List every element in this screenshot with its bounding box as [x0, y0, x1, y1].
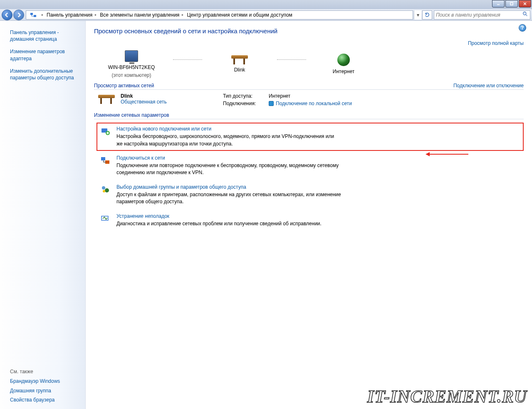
map-connector	[277, 59, 306, 60]
task-title[interactable]: Выбор домашней группы и параметров общег…	[116, 184, 341, 190]
nav-bar: ▸ Панель управления▸ Все элементы панели…	[0, 9, 532, 21]
task-desc: Настройка беспроводного, широкополосного…	[116, 133, 341, 148]
computer-icon	[125, 50, 138, 62]
view-full-map-link[interactable]: Просмотр полной карты	[468, 40, 524, 46]
active-network-type-link[interactable]: Общественная сеть	[121, 99, 167, 105]
nav-back-button[interactable]	[2, 10, 12, 20]
breadcrumb-dropdown-button[interactable]: ▾	[414, 10, 421, 20]
breadcrumb-item[interactable]: ▸	[37, 13, 45, 17]
task-homegroup-sharing[interactable]: Выбор домашней группы и параметров общег…	[97, 181, 524, 209]
svg-rect-4	[30, 13, 33, 15]
see-also-label: См. также	[10, 369, 80, 375]
new-connection-icon	[100, 126, 111, 137]
connect-disconnect-link[interactable]: Подключение или отключение	[453, 83, 524, 89]
sidebar: Панель управления - домашняя страница Из…	[0, 21, 86, 409]
main-content: ? Просмотр основных сведений о сети и на…	[86, 21, 532, 409]
map-node-router: Dlink	[206, 55, 273, 74]
map-connector	[173, 59, 202, 60]
window-maximize-button[interactable]	[505, 0, 518, 7]
task-title[interactable]: Настройка нового подключения или сети	[116, 126, 341, 132]
task-title[interactable]: Устранение неполадок	[116, 213, 322, 219]
svg-point-16	[102, 186, 105, 190]
search-box[interactable]	[434, 10, 530, 20]
section-active-networks: Просмотр активных сетей	[94, 83, 154, 89]
sidebar-link-home[interactable]: Панель управления - домашняя страница	[10, 29, 80, 42]
window-minimize-button[interactable]	[492, 0, 505, 7]
task-new-connection[interactable]: Настройка нового подключения или сети На…	[97, 123, 524, 151]
sidebar-link-homegroup[interactable]: Домашняя группа	[10, 387, 80, 394]
svg-point-18	[103, 190, 105, 192]
troubleshoot-icon	[100, 213, 111, 224]
watermark: IT-INCREMENT.RU	[367, 387, 527, 407]
bench-icon	[231, 55, 248, 64]
page-title: Просмотр основных сведений о сети и наст…	[94, 27, 524, 34]
breadcrumb-item[interactable]: Центр управления сетями и общим доступом	[185, 12, 294, 18]
active-network-name: Dlink	[121, 93, 167, 99]
svg-rect-1	[510, 2, 513, 5]
connection-link[interactable]: Подключение по локальной сети	[269, 101, 352, 106]
ethernet-icon	[269, 101, 274, 106]
sidebar-link-firewall[interactable]: Брандмауэр Windows	[10, 378, 80, 384]
help-button[interactable]: ?	[519, 24, 526, 32]
homegroup-icon	[100, 184, 111, 195]
task-desc: Диагностика и исправление сетевых пробле…	[116, 220, 322, 227]
sidebar-link-internet-options[interactable]: Свойства браузера	[10, 397, 80, 403]
nav-forward-button[interactable]	[13, 10, 24, 20]
refresh-button[interactable]	[422, 10, 432, 20]
globe-icon	[337, 54, 350, 66]
svg-point-17	[105, 188, 109, 192]
section-change-settings: Изменение сетевых параметров	[94, 112, 169, 118]
titlebar	[0, 0, 532, 9]
breadcrumb-item[interactable]: Все элементы панели управления▸	[98, 12, 185, 18]
window-close-button[interactable]	[519, 0, 531, 7]
search-input[interactable]	[436, 12, 522, 18]
task-connect-network[interactable]: Подключиться к сети Подключение или повт…	[97, 152, 524, 180]
map-node-computer: WIN-BF6H5NT2KEQ (этот компьютер)	[94, 50, 169, 79]
connect-network-icon	[100, 155, 111, 166]
breadcrumb[interactable]: ▸ Панель управления▸ Все элементы панели…	[26, 10, 413, 20]
network-map: WIN-BF6H5NT2KEQ (этот компьютер) Dlink И…	[94, 50, 524, 79]
map-node-internet: Интернет	[310, 54, 377, 75]
svg-point-8	[523, 12, 526, 15]
search-icon	[522, 11, 528, 18]
sidebar-link-adapter-settings[interactable]: Изменение параметров адаптера	[10, 48, 80, 62]
access-type-value: Интернет	[269, 93, 290, 99]
connections-label: Подключения:	[223, 101, 269, 106]
access-type-label: Тип доступа:	[223, 93, 269, 99]
task-troubleshoot[interactable]: Устранение неполадок Диагностика и испра…	[97, 210, 524, 231]
annotation-arrow	[427, 154, 468, 155]
breadcrumb-item[interactable]: Панель управления▸	[45, 12, 98, 18]
svg-rect-14	[101, 157, 105, 160]
sidebar-link-advanced-sharing[interactable]: Изменить дополнительные параметры общего…	[10, 68, 80, 81]
task-title[interactable]: Подключиться к сети	[116, 155, 341, 161]
network-center-icon	[30, 12, 37, 18]
task-desc: Доступ к файлам и принтерам, расположенн…	[116, 191, 341, 206]
task-desc: Подключение или повторное подключение к …	[116, 162, 341, 177]
bench-icon	[98, 95, 115, 104]
svg-line-9	[526, 15, 527, 16]
